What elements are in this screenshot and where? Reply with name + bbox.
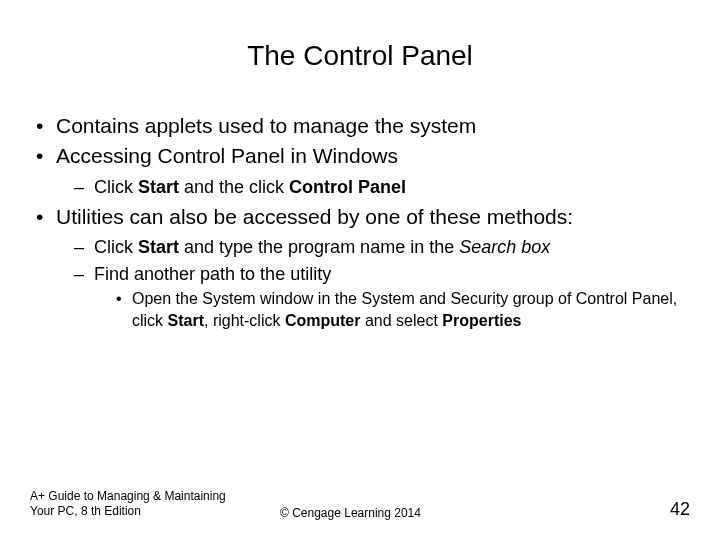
text-bold: Start [138, 177, 179, 197]
bullet-item: Contains applets used to manage the syst… [30, 112, 690, 140]
bullet-text: Utilities can also be accessed by one of… [56, 205, 573, 228]
bullet-item: Utilities can also be accessed by one of… [30, 203, 690, 331]
text-bold: Computer [285, 312, 361, 329]
sub-sub-list: Open the System window in the System and… [94, 288, 690, 331]
sub-list: Click Start and type the program name in… [56, 235, 690, 331]
text-italic: Search box [459, 237, 550, 257]
bullet-text: Find another path to the utility [94, 264, 331, 284]
sub-item: Click Start and the click Control Panel [56, 175, 690, 199]
slide-title: The Control Panel [30, 40, 690, 72]
text-bold: Properties [442, 312, 521, 329]
bullet-list: Contains applets used to manage the syst… [30, 112, 690, 331]
slide-footer: A+ Guide to Managing & Maintaining Your … [30, 489, 690, 520]
text-bold: Start [168, 312, 204, 329]
text-run: Click [94, 237, 138, 257]
text-run: and select [360, 312, 442, 329]
sub-sub-item: Open the System window in the System and… [94, 288, 690, 331]
footer-copyright: © Cengage Learning 2014 [240, 506, 650, 520]
text-bold: Control Panel [289, 177, 406, 197]
footer-page-number: 42 [650, 499, 690, 520]
text-run: and type the program name in the [179, 237, 459, 257]
text-run: Click [94, 177, 138, 197]
text-run: and the click [179, 177, 289, 197]
sub-list: Click Start and the click Control Panel [56, 175, 690, 199]
bullet-text: Accessing Control Panel in Windows [56, 144, 398, 167]
text-bold: Start [138, 237, 179, 257]
sub-item: Find another path to the utility Open th… [56, 262, 690, 331]
bullet-item: Accessing Control Panel in Windows Click… [30, 142, 690, 199]
text-run: , right-click [204, 312, 285, 329]
sub-item: Click Start and type the program name in… [56, 235, 690, 259]
footer-book-title: A+ Guide to Managing & Maintaining Your … [30, 489, 240, 520]
